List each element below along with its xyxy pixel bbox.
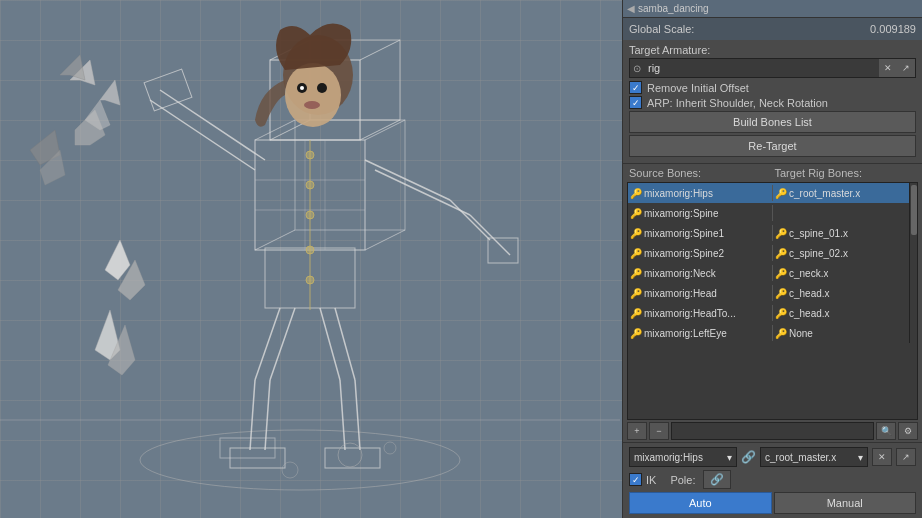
bottom-selectors-row: mixamorig:Hips ▾ 🔗 c_root_master.x ▾ ✕ ↗ [629, 447, 916, 467]
bone-source-name: mixamorig:Neck [644, 268, 716, 279]
bone-source-icon: 🔑 [630, 248, 642, 259]
bone-row-divider [772, 285, 773, 301]
arp-inherit-label: ARP: Inherit Shoulder, Neck Rotation [647, 97, 828, 109]
bone-row[interactable]: 🔑 mixamorig:Neck 🔑 c_neck.x [628, 263, 917, 283]
retarget-button[interactable]: Re-Target [629, 135, 916, 157]
bone-row[interactable]: 🔑 mixamorig:Spine [628, 203, 917, 223]
bone-row[interactable]: 🔑 mixamorig:Spine1 🔑 c_spine_01.x [628, 223, 917, 243]
arp-inherit-row[interactable]: ARP: Inherit Shoulder, Neck Rotation [629, 96, 916, 109]
rig-browse-button[interactable]: ↗ [897, 59, 915, 77]
bone-source-icon: 🔑 [630, 308, 642, 319]
ik-checkbox[interactable] [629, 473, 642, 486]
bone-source-icon: 🔑 [630, 328, 642, 339]
bone-source-name: mixamorig:LeftEye [644, 328, 727, 339]
bone-source-name: mixamorig:Hips [644, 188, 713, 199]
build-bones-button[interactable]: Build Bones List [629, 111, 916, 133]
remove-bone-button[interactable]: − [649, 422, 669, 440]
bone-target-cell: 🔑 c_spine_02.x [775, 248, 915, 259]
settings-icon-button[interactable]: ⚙ [898, 422, 918, 440]
source-bones-header: Source Bones: [629, 167, 771, 179]
bone-row-divider [772, 245, 773, 261]
bottom-browse-button[interactable]: ↗ [896, 448, 916, 466]
bone-target-cell: 🔑 c_neck.x [775, 268, 915, 279]
bone-target-name: None [789, 328, 813, 339]
bone-search-bar[interactable] [671, 422, 874, 440]
bone-target-icon: 🔑 [775, 268, 787, 279]
rig-icon: ⊙ [630, 63, 644, 74]
bone-target-cell: 🔑 c_head.x [775, 288, 915, 299]
rig-clear-button[interactable]: ✕ [879, 59, 897, 77]
bone-target-name: c_spine_01.x [789, 228, 848, 239]
arp-inherit-checkbox[interactable] [629, 96, 642, 109]
bone-source-cell: 🔑 mixamorig:HeadTo... [630, 308, 770, 319]
bone-source-name: mixamorig:Spine2 [644, 248, 724, 259]
bone-row[interactable]: 🔑 mixamorig:HeadTo... 🔑 c_head.x [628, 303, 917, 323]
scrollbar-thumb[interactable] [911, 185, 917, 235]
bone-source-icon: 🔑 [630, 208, 642, 219]
source-dropdown-arrow: ▾ [727, 452, 732, 463]
pole-label: Pole: [670, 474, 695, 486]
manual-button[interactable]: Manual [774, 492, 917, 514]
rig-input-field[interactable]: ⊙ ✕ ↗ [629, 58, 916, 78]
pole-link-button[interactable]: 🔗 [703, 470, 731, 489]
bone-target-icon: 🔑 [775, 308, 787, 319]
add-bone-button[interactable]: + [627, 422, 647, 440]
top-strip[interactable]: ◀ samba_dancing [623, 0, 922, 18]
target-armature-row: Target Armature: [629, 44, 916, 56]
bone-source-cell: 🔑 mixamorig:Head [630, 288, 770, 299]
bone-row[interactable]: 🔑 mixamorig:LeftEye 🔑 None [628, 323, 917, 343]
bone-row-divider [772, 225, 773, 241]
search-icon-button[interactable]: 🔍 [876, 422, 896, 440]
bone-target-name: c_neck.x [789, 268, 828, 279]
remove-offset-checkbox[interactable] [629, 81, 642, 94]
rig-input-row: ⊙ ✕ ↗ [629, 58, 916, 78]
bone-row[interactable]: 🔑 mixamorig:Hips 🔑 c_root_master.x [628, 183, 917, 203]
viewport-grid [0, 0, 622, 518]
bones-list-controls: + − 🔍 ⚙ [623, 420, 922, 442]
global-scale-value[interactable]: 0.009189 [870, 23, 916, 35]
strip-arrow-icon: ◀ [627, 3, 635, 14]
bone-source-cell: 🔑 mixamorig:Spine1 [630, 228, 770, 239]
target-dropdown-arrow: ▾ [858, 452, 863, 463]
target-bones-header: Target Rig Bones: [775, 167, 917, 179]
bone-target-name: c_head.x [789, 308, 830, 319]
strip-animation-name: samba_dancing [638, 3, 709, 14]
ik-label: IK [646, 474, 656, 486]
remove-offset-row[interactable]: Remove Initial Offset [629, 81, 916, 94]
rig-text-input[interactable] [644, 60, 879, 76]
source-bone-value: mixamorig:Hips [634, 452, 703, 463]
bone-source-icon: 🔑 [630, 228, 642, 239]
bone-source-name: mixamorig:Spine1 [644, 228, 724, 239]
global-scale-row: Global Scale: 0.009189 [623, 18, 922, 40]
bone-target-name: c_root_master.x [789, 188, 860, 199]
bone-target-icon: 🔑 [775, 228, 787, 239]
bone-source-cell: 🔑 mixamorig:Spine2 [630, 248, 770, 259]
bone-target-cell: 🔑 c_head.x [775, 308, 915, 319]
bone-source-cell: 🔑 mixamorig:Spine [630, 208, 770, 219]
source-bone-dropdown[interactable]: mixamorig:Hips ▾ [629, 447, 737, 467]
bone-target-icon: 🔑 [775, 288, 787, 299]
bone-row-divider [772, 185, 773, 201]
bone-source-cell: 🔑 mixamorig:LeftEye [630, 328, 770, 339]
bone-row-divider [772, 265, 773, 281]
bone-row-divider [772, 305, 773, 321]
auto-button[interactable]: Auto [629, 492, 772, 514]
right-panel: ◀ samba_dancing Global Scale: 0.009189 T… [622, 0, 922, 518]
bone-row[interactable]: 🔑 mixamorig:Head 🔑 c_head.x [628, 283, 917, 303]
target-armature-label: Target Armature: [629, 44, 710, 56]
bottom-clear-button[interactable]: ✕ [872, 448, 892, 466]
bone-target-icon: 🔑 [775, 248, 787, 259]
bone-source-icon: 🔑 [630, 288, 642, 299]
ik-pole-row: IK Pole: 🔗 [629, 470, 916, 489]
bone-source-cell: 🔑 mixamorig:Neck [630, 268, 770, 279]
viewport-3d[interactable] [0, 0, 622, 518]
bones-list-header: Source Bones: Target Rig Bones: [623, 164, 922, 182]
bones-list[interactable]: 🔑 mixamorig:Hips 🔑 c_root_master.x 🔑 mix… [627, 182, 918, 420]
bone-row[interactable]: 🔑 mixamorig:Spine2 🔑 c_spine_02.x [628, 243, 917, 263]
auto-manual-row: Auto Manual [629, 492, 916, 514]
bone-source-cell: 🔑 mixamorig:Hips [630, 188, 770, 199]
bone-row-divider [772, 205, 773, 221]
bone-target-cell: 🔑 c_spine_01.x [775, 228, 915, 239]
target-bone-dropdown[interactable]: c_root_master.x ▾ [760, 447, 868, 467]
scrollbar[interactable] [909, 183, 917, 343]
